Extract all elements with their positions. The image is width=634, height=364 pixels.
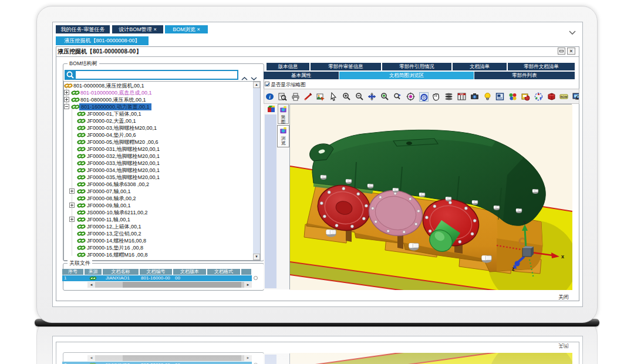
svg-text:z: z [512, 266, 515, 272]
svg-text:Y: Y [523, 220, 527, 225]
svg-text:x: x [561, 254, 564, 259]
svg-text:PMI: PMI [460, 93, 463, 96]
svg-text:BOM: BOM [561, 95, 568, 99]
